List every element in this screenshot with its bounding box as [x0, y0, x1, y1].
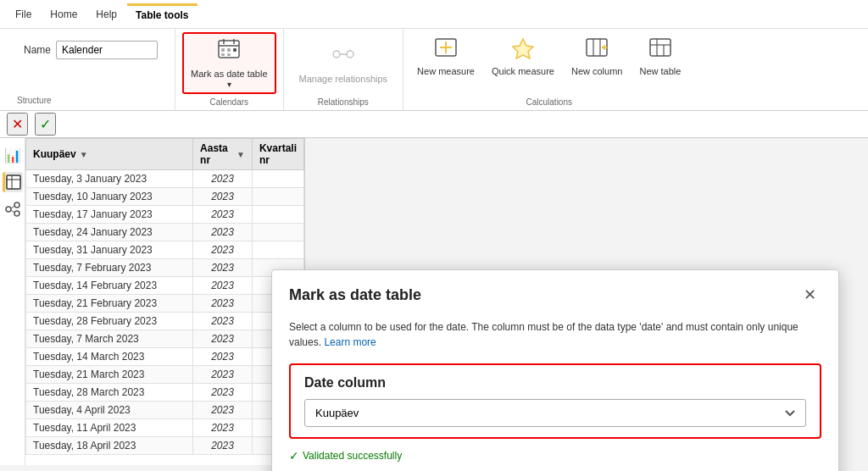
new-table-icon: [648, 36, 672, 64]
new-measure-button[interactable]: New measure: [410, 32, 481, 80]
validated-checkmark-icon: ✓: [289, 449, 299, 463]
svg-rect-5: [227, 48, 231, 52]
cell-kuupaev: Tuesday, 28 March 2023: [26, 384, 193, 402]
table-row[interactable]: Tuesday, 24 January 2023 2023: [26, 224, 304, 241]
dialog-title: Mark as date table: [289, 286, 421, 304]
table-row[interactable]: Tuesday, 14 March 2023 2023: [26, 348, 304, 366]
table-row[interactable]: Tuesday, 7 March 2023 2023: [26, 330, 304, 348]
svg-rect-4: [221, 48, 225, 52]
column-header-aasta-nr[interactable]: Aasta nr ▼: [193, 139, 253, 170]
calendars-group-label: Calendars: [209, 94, 248, 107]
cell-kuupaev: Tuesday, 21 February 2023: [26, 295, 193, 313]
cell-aasta-nr: 2023: [193, 384, 253, 402]
cell-kuupaev: Tuesday, 31 January 2023: [26, 241, 193, 259]
ribbon-group-calculations: New measure Quick measure: [403, 29, 694, 110]
learn-more-link[interactable]: Learn more: [324, 336, 376, 348]
table-row[interactable]: Tuesday, 28 February 2023 2023: [26, 313, 304, 330]
cell-aasta-nr: 2023: [193, 348, 253, 366]
cell-kuupaev: Tuesday, 28 February 2023: [26, 313, 193, 330]
menu-home[interactable]: Home: [42, 5, 86, 24]
model-view-icon[interactable]: [3, 199, 23, 219]
cell-kuupaev: Tuesday, 4 April 2023: [26, 402, 193, 419]
relationships-group-label: Relationships: [318, 94, 369, 107]
table-row[interactable]: Tuesday, 11 April 2023 2023: [26, 419, 304, 437]
kuupaev-filter-icon[interactable]: ▼: [80, 150, 88, 159]
cell-kvartali-nr: [252, 224, 303, 241]
ribbon-group-relationships: Manage relationships Relationships: [284, 29, 404, 110]
table-row[interactable]: Tuesday, 21 February 2023 2023: [26, 295, 304, 313]
structure-group-label: Structure: [17, 92, 52, 105]
date-column-dropdown[interactable]: Kuupäev: [304, 399, 806, 427]
cell-kuupaev: Tuesday, 11 April 2023: [26, 419, 193, 437]
table-row[interactable]: Tuesday, 7 February 2023 2023: [26, 259, 304, 277]
dialog-header: Mark as date table ✕: [272, 270, 838, 313]
cell-aasta-nr: 2023: [193, 188, 253, 206]
cell-kvartali-nr: [252, 241, 303, 259]
cell-aasta-nr: 2023: [193, 437, 253, 455]
table-row[interactable]: Tuesday, 31 January 2023 2023: [26, 241, 304, 259]
table-row[interactable]: Tuesday, 3 January 2023 2023: [26, 170, 304, 188]
table-row[interactable]: Tuesday, 28 March 2023 2023: [26, 384, 304, 402]
manage-relationships-button[interactable]: Manage relationships: [292, 39, 395, 88]
new-column-label: New column: [571, 66, 623, 76]
svg-point-9: [333, 51, 340, 58]
cell-kvartali-nr: [252, 188, 303, 206]
menu-help[interactable]: Help: [87, 5, 125, 24]
new-column-button[interactable]: New column: [565, 32, 630, 80]
ribbon-group-calendars: Mark as date table ▾ Calendars: [175, 29, 284, 110]
cell-kuupaev: Tuesday, 7 February 2023: [26, 259, 193, 277]
cell-aasta-nr: 2023: [193, 313, 253, 330]
report-view-icon[interactable]: 📊: [3, 145, 23, 165]
aasta-header-label: Aasta nr: [200, 142, 233, 166]
calculations-group-label: Calculations: [526, 94, 572, 107]
cell-kuupaev: Tuesday, 21 March 2023: [26, 366, 193, 384]
table-row[interactable]: Tuesday, 21 March 2023 2023: [26, 366, 304, 384]
column-header-kvartali-nr[interactable]: Kvartali nr: [252, 139, 303, 170]
column-header-kuupaev[interactable]: Kuupäev ▼: [26, 139, 193, 170]
svg-rect-8: [227, 53, 231, 56]
formula-cancel-button[interactable]: ✕: [7, 113, 28, 136]
kuupaev-header-label: Kuupäev: [33, 148, 76, 160]
quick-measure-button[interactable]: Quick measure: [485, 32, 561, 80]
menu-table-tools[interactable]: Table tools: [127, 3, 197, 25]
table-row[interactable]: Tuesday, 10 January 2023 2023: [26, 188, 304, 206]
table-row[interactable]: Tuesday, 4 April 2023 2023: [26, 402, 304, 419]
dialog-body: Select a column to be used for the date.…: [272, 313, 838, 471]
svg-point-10: [347, 51, 353, 58]
cell-aasta-nr: 2023: [193, 241, 253, 259]
manage-relationships-label: Manage relationships: [299, 73, 388, 85]
relationships-items: Manage relationships: [292, 32, 395, 94]
cell-aasta-nr: 2023: [193, 419, 253, 437]
new-column-icon: [585, 36, 609, 64]
main-content: 📊 Kuupäev: [0, 138, 868, 465]
table-row[interactable]: Tuesday, 17 January 2023 2023: [26, 206, 304, 224]
cell-kuupaev: Tuesday, 18 April 2023: [26, 437, 193, 455]
mark-as-date-table-button[interactable]: Mark as date table ▾: [182, 32, 276, 94]
new-table-button[interactable]: New table: [632, 32, 687, 80]
formula-bar: ✕ ✓: [0, 111, 868, 138]
data-table-container: Kuupäev ▼ Aasta nr ▼ Kvartali nr: [25, 138, 305, 465]
validated-text: Validated successfully: [303, 450, 402, 462]
data-table: Kuupäev ▼ Aasta nr ▼ Kvartali nr: [25, 138, 304, 455]
name-label: Name: [24, 44, 51, 56]
dialog-close-button[interactable]: ✕: [798, 284, 821, 306]
table-row[interactable]: Tuesday, 18 April 2023 2023: [26, 437, 304, 455]
table-row[interactable]: Tuesday, 14 February 2023 2023: [26, 277, 304, 295]
name-field-group: Name: [17, 34, 164, 66]
cell-aasta-nr: 2023: [193, 295, 253, 313]
cell-kvartali-nr: [252, 170, 303, 188]
formula-confirm-button[interactable]: ✓: [35, 113, 56, 136]
svg-line-32: [11, 210, 14, 213]
name-input[interactable]: [56, 41, 158, 59]
data-view-icon[interactable]: [3, 172, 23, 192]
ribbon: Name Structure: [0, 29, 868, 111]
svg-line-31: [11, 206, 14, 208]
svg-rect-25: [7, 175, 20, 189]
menu-bar: File Home Help Table tools: [0, 0, 868, 29]
manage-relationships-icon: [331, 42, 355, 71]
quick-measure-label: Quick measure: [492, 66, 554, 76]
menu-file[interactable]: File: [7, 5, 40, 24]
aasta-filter-icon[interactable]: ▼: [236, 150, 245, 159]
cell-kuupaev: Tuesday, 14 March 2023: [26, 348, 193, 366]
new-table-label: New table: [639, 66, 681, 76]
